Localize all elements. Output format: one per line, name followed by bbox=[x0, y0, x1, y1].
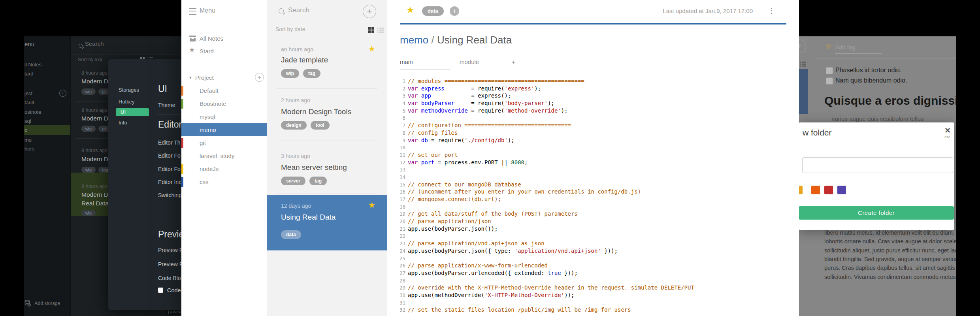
line-number: 29 bbox=[399, 284, 405, 292]
note-title: Jade template bbox=[281, 56, 328, 64]
settings-nav-item[interactable]: Hotkey bbox=[119, 99, 134, 105]
star-icon[interactable]: ★ bbox=[368, 44, 375, 53]
code-line: 25 bbox=[399, 255, 799, 262]
line-number: 8 bbox=[399, 130, 405, 137]
sidebar-item[interactable]: sql bbox=[24, 118, 31, 124]
tab-add[interactable]: + bbox=[512, 58, 515, 65]
note-tags: data bbox=[281, 230, 305, 239]
selected-note-card[interactable] bbox=[799, 69, 808, 114]
sort-label[interactable]: Sort by xxx bbox=[78, 57, 102, 62]
list-view-icon[interactable] bbox=[377, 28, 384, 33]
close-icon[interactable]: × bbox=[945, 125, 950, 136]
star-icon[interactable]: ★ bbox=[368, 200, 375, 210]
add-folder-button[interactable]: + bbox=[59, 90, 66, 97]
sidebar-folder-item[interactable]: Default bbox=[181, 84, 267, 97]
sidebar-item[interactable]: enu bbox=[24, 41, 34, 47]
sidebar-item[interactable]: hers bbox=[24, 146, 34, 152]
line-number: 4 bbox=[399, 100, 405, 107]
star-icon: ★ bbox=[189, 46, 195, 54]
folder-name-input[interactable] bbox=[802, 157, 953, 173]
sidebar-folder-item[interactable]: nodeJs bbox=[181, 162, 267, 175]
grid-view-icon[interactable] bbox=[368, 27, 374, 33]
search-input[interactable]: Search bbox=[288, 6, 309, 14]
sidebar-item-selected[interactable] bbox=[24, 125, 70, 135]
code-area[interactable]: 1// modules ============================… bbox=[399, 77, 799, 314]
code-token: // connect to our mongoDB database bbox=[408, 181, 521, 188]
settings-nav-item[interactable]: Storages bbox=[119, 87, 139, 93]
note-card[interactable]: an hours ago★Jade templatewiptag bbox=[267, 41, 387, 89]
star-outline-icon[interactable]: ☆ bbox=[825, 42, 832, 51]
checkbox-label: Phasellus id tortor odio. bbox=[835, 67, 901, 74]
create-folder-button[interactable]: Create folder bbox=[799, 206, 954, 220]
last-updated-label: Last updated at Jan.9, 2017 12:00 bbox=[663, 8, 753, 14]
folder-color-swatch[interactable] bbox=[811, 186, 820, 194]
search-input[interactable]: Search bbox=[85, 40, 104, 47]
add-tag-button[interactable]: + bbox=[450, 6, 459, 16]
sort-selector[interactable]: Sort by date bbox=[275, 26, 305, 32]
add-folder-button[interactable]: + bbox=[255, 73, 264, 82]
sidebar-folder-item[interactable]: css bbox=[181, 175, 267, 188]
note-date: 8 hours ago bbox=[81, 184, 107, 189]
sidebar-folder-item[interactable]: mysql bbox=[181, 110, 267, 123]
folder-label: nodeJs bbox=[200, 162, 267, 175]
folder-color-marker bbox=[181, 86, 183, 96]
body-text-line: libero mattis metus, id elementum velit … bbox=[824, 228, 956, 237]
sidebar-item-starred[interactable]: Stard bbox=[200, 48, 214, 55]
code-token: = require( bbox=[468, 107, 505, 114]
folder-color-swatch[interactable] bbox=[837, 186, 846, 194]
note-card[interactable]: 3 hours agoMean server settingservertag bbox=[267, 143, 387, 194]
code-token: = express(); bbox=[431, 92, 511, 99]
code-token bbox=[418, 85, 421, 92]
sidebar-item[interactable]: ject bbox=[24, 90, 32, 96]
chevron-down-icon[interactable]: ▾ bbox=[189, 75, 192, 80]
tag-badge: data bbox=[281, 230, 301, 239]
project-group-label[interactable]: Project bbox=[195, 74, 214, 81]
folder-color-swatch[interactable] bbox=[824, 186, 833, 194]
breadcrumb-project[interactable]: memo bbox=[400, 34, 428, 46]
menu-label[interactable]: Menu bbox=[200, 7, 215, 14]
sidebar-item-all-notes[interactable]: All Notes bbox=[200, 35, 223, 42]
tab-module[interactable]: module bbox=[460, 58, 479, 65]
note-list: Search + Sort by date an hours ago★Jade … bbox=[267, 0, 388, 316]
list-view-icon[interactable] bbox=[800, 62, 806, 67]
code-token: )); bbox=[564, 292, 574, 298]
checkbox[interactable] bbox=[826, 67, 833, 74]
checkbox[interactable] bbox=[826, 77, 833, 85]
sidebar-item[interactable]: e bbox=[24, 127, 27, 133]
code-block-checkbox[interactable] bbox=[158, 288, 163, 293]
code-token: './config/db' bbox=[464, 137, 508, 143]
tab-main[interactable]: main bbox=[400, 58, 413, 65]
add-tag-input[interactable]: Add tag... bbox=[835, 44, 860, 51]
code-token bbox=[418, 100, 421, 106]
folder-color-marker bbox=[181, 177, 183, 187]
more-options-icon[interactable]: ⋮ bbox=[768, 6, 775, 15]
note-date: 8 hours ago bbox=[81, 107, 107, 113]
new-note-button[interactable]: + bbox=[363, 5, 376, 18]
settings-nav-item-selected[interactable]: UI bbox=[116, 108, 149, 116]
menu-icon[interactable] bbox=[189, 8, 196, 15]
code-token: ; bbox=[524, 159, 528, 166]
sidebar-item[interactable]: fault bbox=[24, 100, 34, 105]
sidebar-folder-item[interactable]: Boostnote bbox=[181, 97, 267, 110]
sidebar-folder-item[interactable]: memo bbox=[181, 123, 267, 136]
settings-panel: UI Theme Editor Editor ThEditor FoEditor… bbox=[108, 59, 181, 310]
sidebar-folder-item[interactable]: git bbox=[181, 136, 267, 149]
note-tag-badge[interactable]: data bbox=[422, 6, 444, 16]
folder-label: Boostnote bbox=[200, 97, 267, 110]
sidebar-item[interactable]: mo bbox=[24, 137, 32, 143]
sidebar-item[interactable]: tard bbox=[24, 71, 33, 77]
line-number: 22 bbox=[399, 233, 405, 240]
code-token: true bbox=[548, 270, 561, 276]
note-title-text[interactable]: Using Real Data bbox=[437, 34, 512, 46]
add-storage-button[interactable]: Add storage bbox=[24, 299, 60, 307]
star-toggle-icon[interactable]: ★ bbox=[406, 5, 415, 15]
settings-nav-item[interactable]: Info bbox=[119, 120, 127, 126]
note-card[interactable]: 2 hours agoModern Design Toolsdesigntool bbox=[267, 91, 387, 141]
sidebar-folder-item[interactable]: laravel_study bbox=[181, 149, 267, 162]
code-line: 4var bodyParser = require('body-parser')… bbox=[399, 100, 799, 107]
new-note-button[interactable]: + bbox=[799, 40, 806, 53]
note-card[interactable]: 12 days ago★Using Real Datadata bbox=[267, 195, 387, 250]
folder-color-swatch[interactable] bbox=[799, 186, 803, 194]
sidebar-item[interactable]: ostnote bbox=[24, 109, 41, 115]
sidebar-item[interactable]: ll Notes bbox=[24, 62, 41, 68]
